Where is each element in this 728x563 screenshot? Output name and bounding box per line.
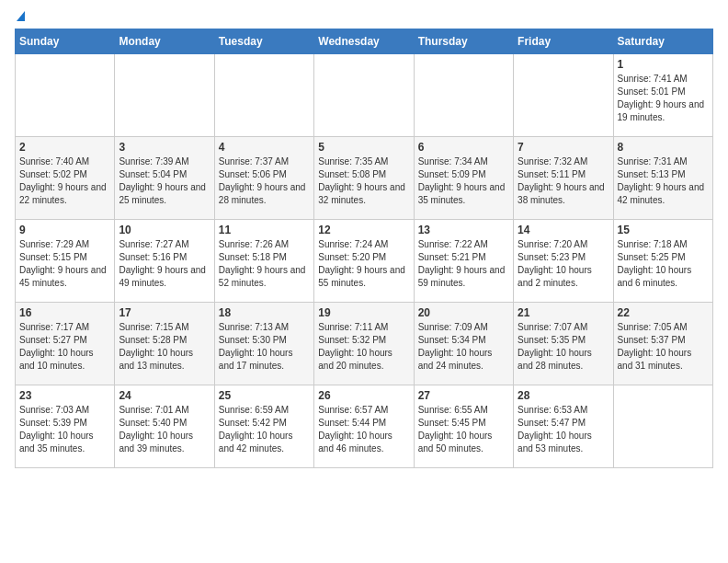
- day-number: 26: [318, 389, 409, 402]
- calendar-cell: 17Sunrise: 7:15 AMSunset: 5:28 PMDayligh…: [115, 303, 214, 385]
- day-info: Sunrise: 7:01 AMSunset: 5:40 PMDaylight:…: [119, 404, 210, 455]
- calendar-cell: 16Sunrise: 7:17 AMSunset: 5:27 PMDayligh…: [16, 303, 115, 385]
- header-day-monday: Monday: [115, 29, 214, 54]
- day-number: 19: [318, 306, 409, 319]
- day-number: 4: [219, 141, 310, 154]
- calendar-cell: 7Sunrise: 7:32 AMSunset: 5:11 PMDaylight…: [514, 137, 613, 220]
- calendar-cell: 21Sunrise: 7:07 AMSunset: 5:35 PMDayligh…: [514, 303, 613, 385]
- calendar-cell: 26Sunrise: 6:57 AMSunset: 5:44 PMDayligh…: [314, 385, 414, 468]
- day-number: 25: [219, 389, 310, 402]
- header-day-thursday: Thursday: [414, 29, 513, 54]
- day-number: 2: [19, 141, 110, 154]
- page-header: [15, 15, 713, 21]
- day-info: Sunrise: 7:31 AMSunset: 5:13 PMDaylight:…: [618, 155, 709, 207]
- calendar-cell: 25Sunrise: 6:59 AMSunset: 5:42 PMDayligh…: [214, 385, 313, 468]
- calendar-body: 1Sunrise: 7:41 AMSunset: 5:01 PMDaylight…: [16, 54, 713, 468]
- day-number: 24: [119, 389, 210, 402]
- day-info: Sunrise: 7:03 AMSunset: 5:39 PMDaylight:…: [19, 404, 110, 455]
- calendar-cell: [115, 54, 214, 137]
- day-number: 1: [618, 58, 709, 71]
- calendar: SundayMondayTuesdayWednesdayThursdayFrid…: [15, 29, 713, 468]
- day-info: Sunrise: 7:05 AMSunset: 5:37 PMDaylight:…: [618, 321, 709, 373]
- calendar-cell: 20Sunrise: 7:09 AMSunset: 5:34 PMDayligh…: [414, 303, 513, 385]
- week-row-0: 1Sunrise: 7:41 AMSunset: 5:01 PMDaylight…: [16, 54, 713, 137]
- header-day-tuesday: Tuesday: [214, 29, 313, 54]
- day-number: 12: [318, 224, 409, 236]
- day-info: Sunrise: 7:09 AMSunset: 5:34 PMDaylight:…: [418, 321, 509, 373]
- calendar-cell: [514, 54, 613, 137]
- calendar-cell: 8Sunrise: 7:31 AMSunset: 5:13 PMDaylight…: [613, 137, 712, 220]
- day-info: Sunrise: 7:26 AMSunset: 5:18 PMDaylight:…: [219, 238, 310, 290]
- day-info: Sunrise: 7:34 AMSunset: 5:09 PMDaylight:…: [418, 155, 509, 207]
- calendar-cell: 13Sunrise: 7:22 AMSunset: 5:21 PMDayligh…: [414, 220, 513, 303]
- day-number: 8: [618, 141, 709, 154]
- day-number: 21: [518, 306, 609, 319]
- header-day-wednesday: Wednesday: [314, 29, 414, 54]
- day-number: 27: [418, 389, 509, 402]
- day-info: Sunrise: 7:29 AMSunset: 5:15 PMDaylight:…: [19, 238, 110, 290]
- calendar-cell: 19Sunrise: 7:11 AMSunset: 5:32 PMDayligh…: [314, 303, 414, 385]
- day-number: 20: [418, 306, 509, 319]
- day-info: Sunrise: 6:53 AMSunset: 5:47 PMDaylight:…: [518, 404, 609, 455]
- header-row: SundayMondayTuesdayWednesdayThursdayFrid…: [16, 29, 713, 54]
- day-number: 3: [119, 141, 210, 154]
- day-number: 28: [518, 389, 609, 402]
- header-day-friday: Friday: [514, 29, 613, 54]
- day-number: 6: [418, 141, 509, 154]
- calendar-cell: 4Sunrise: 7:37 AMSunset: 5:06 PMDaylight…: [214, 137, 313, 220]
- day-number: 16: [19, 306, 110, 319]
- calendar-cell: 6Sunrise: 7:34 AMSunset: 5:09 PMDaylight…: [414, 137, 513, 220]
- day-info: Sunrise: 7:40 AMSunset: 5:02 PMDaylight:…: [19, 155, 110, 207]
- day-info: Sunrise: 7:24 AMSunset: 5:20 PMDaylight:…: [318, 238, 409, 290]
- day-info: Sunrise: 6:59 AMSunset: 5:42 PMDaylight:…: [219, 404, 310, 455]
- day-info: Sunrise: 7:35 AMSunset: 5:08 PMDaylight:…: [318, 155, 409, 207]
- calendar-cell: 1Sunrise: 7:41 AMSunset: 5:01 PMDaylight…: [613, 54, 712, 137]
- calendar-cell: 27Sunrise: 6:55 AMSunset: 5:45 PMDayligh…: [414, 385, 513, 468]
- calendar-cell: [414, 54, 513, 137]
- day-info: Sunrise: 7:37 AMSunset: 5:06 PMDaylight:…: [219, 155, 310, 207]
- day-number: 15: [618, 224, 709, 236]
- day-number: 10: [119, 224, 210, 236]
- header-day-saturday: Saturday: [613, 29, 712, 54]
- day-number: 17: [119, 306, 210, 319]
- calendar-cell: 5Sunrise: 7:35 AMSunset: 5:08 PMDaylight…: [314, 137, 414, 220]
- calendar-cell: 2Sunrise: 7:40 AMSunset: 5:02 PMDaylight…: [16, 137, 115, 220]
- day-info: Sunrise: 7:07 AMSunset: 5:35 PMDaylight:…: [518, 321, 609, 373]
- day-number: 18: [219, 306, 310, 319]
- calendar-cell: 28Sunrise: 6:53 AMSunset: 5:47 PMDayligh…: [514, 385, 613, 468]
- day-info: Sunrise: 7:27 AMSunset: 5:16 PMDaylight:…: [119, 238, 210, 290]
- calendar-cell: 18Sunrise: 7:13 AMSunset: 5:30 PMDayligh…: [214, 303, 313, 385]
- day-info: Sunrise: 6:55 AMSunset: 5:45 PMDaylight:…: [418, 404, 509, 455]
- week-row-2: 9Sunrise: 7:29 AMSunset: 5:15 PMDaylight…: [16, 220, 713, 303]
- calendar-cell: 12Sunrise: 7:24 AMSunset: 5:20 PMDayligh…: [314, 220, 414, 303]
- day-number: 11: [219, 224, 310, 236]
- logo: [15, 15, 25, 21]
- calendar-cell: [16, 54, 115, 137]
- day-number: 22: [618, 306, 709, 319]
- week-row-4: 23Sunrise: 7:03 AMSunset: 5:39 PMDayligh…: [16, 385, 713, 468]
- day-info: Sunrise: 7:17 AMSunset: 5:27 PMDaylight:…: [19, 321, 110, 373]
- calendar-header: SundayMondayTuesdayWednesdayThursdayFrid…: [16, 29, 713, 54]
- day-info: Sunrise: 7:22 AMSunset: 5:21 PMDaylight:…: [418, 238, 509, 290]
- calendar-cell: 15Sunrise: 7:18 AMSunset: 5:25 PMDayligh…: [613, 220, 712, 303]
- calendar-cell: 11Sunrise: 7:26 AMSunset: 5:18 PMDayligh…: [214, 220, 313, 303]
- day-info: Sunrise: 7:11 AMSunset: 5:32 PMDaylight:…: [318, 321, 409, 373]
- day-number: 13: [418, 224, 509, 236]
- day-info: Sunrise: 6:57 AMSunset: 5:44 PMDaylight:…: [318, 404, 409, 455]
- day-info: Sunrise: 7:18 AMSunset: 5:25 PMDaylight:…: [618, 238, 709, 290]
- day-info: Sunrise: 7:20 AMSunset: 5:23 PMDaylight:…: [518, 238, 609, 290]
- calendar-cell: [314, 54, 414, 137]
- day-info: Sunrise: 7:32 AMSunset: 5:11 PMDaylight:…: [518, 155, 609, 207]
- week-row-1: 2Sunrise: 7:40 AMSunset: 5:02 PMDaylight…: [16, 137, 713, 220]
- day-info: Sunrise: 7:41 AMSunset: 5:01 PMDaylight:…: [618, 73, 709, 124]
- day-number: 9: [19, 224, 110, 236]
- day-number: 14: [518, 224, 609, 236]
- day-number: 5: [318, 141, 409, 154]
- day-info: Sunrise: 7:15 AMSunset: 5:28 PMDaylight:…: [119, 321, 210, 373]
- day-number: 7: [518, 141, 609, 154]
- week-row-3: 16Sunrise: 7:17 AMSunset: 5:27 PMDayligh…: [16, 303, 713, 385]
- calendar-cell: 24Sunrise: 7:01 AMSunset: 5:40 PMDayligh…: [115, 385, 214, 468]
- calendar-cell: 23Sunrise: 7:03 AMSunset: 5:39 PMDayligh…: [16, 385, 115, 468]
- calendar-cell: [214, 54, 313, 137]
- calendar-cell: [613, 385, 712, 468]
